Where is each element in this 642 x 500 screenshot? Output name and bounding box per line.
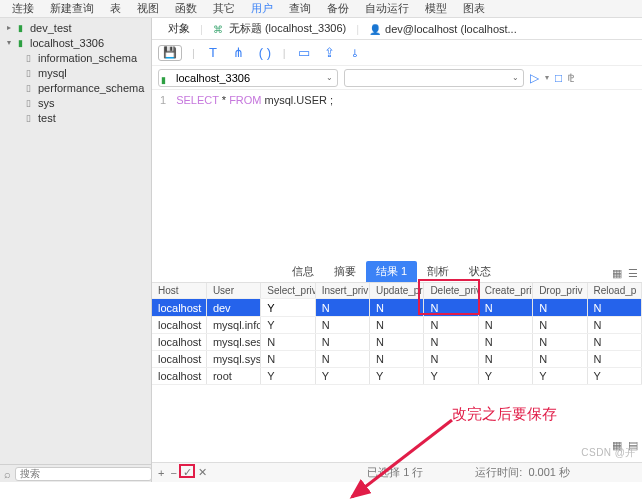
tab[interactable]: dev@localhost (localhost... (359, 18, 527, 39)
cell-editor[interactable] (267, 301, 308, 314)
cancel-button[interactable]: ✕ (198, 466, 207, 479)
database-item[interactable]: information_schema (0, 50, 151, 65)
subtab[interactable]: 剖析 (417, 261, 459, 282)
list-view-icon[interactable]: ☰ (628, 267, 638, 280)
sidebar: ▸dev_test▾localhost_3306information_sche… (0, 18, 152, 482)
add-row-button[interactable]: + (158, 467, 164, 479)
time-label: 运行时间: (475, 465, 522, 480)
annotation-text: 改完之后要保存 (452, 405, 557, 424)
menu-连接[interactable]: 连接 (4, 1, 42, 16)
tab[interactable]: 对象 (158, 18, 200, 39)
connection-item[interactable]: ▾localhost_3306 (0, 35, 151, 50)
apply-button[interactable]: ✓ (183, 466, 192, 478)
menu-视图[interactable]: 视图 (129, 1, 167, 16)
table-row[interactable]: localhostrootYYYYYYY (152, 368, 642, 385)
subtab[interactable]: 信息 (282, 261, 324, 282)
explain-icon[interactable]: ⅊ (568, 71, 574, 85)
watermark: CSDN @开 (581, 446, 636, 460)
copy-icon[interactable]: ▭ (296, 45, 312, 61)
result-table: HostUserSelect_privInsert_privUpdate_pri… (152, 283, 642, 385)
selection-status: 已选择 1 行 (367, 465, 423, 480)
braces-icon[interactable]: ( ) (257, 45, 273, 61)
run-bar: localhost_3306 ⌄ ⌄ ▷ ▾ □ ⅊ (152, 66, 642, 90)
menu-查询[interactable]: 查询 (281, 1, 319, 16)
stop-button[interactable]: □ (555, 71, 562, 85)
export-icon[interactable]: ⇪ (322, 45, 338, 61)
column-header[interactable]: Insert_priv (315, 283, 369, 299)
search-input[interactable] (15, 467, 152, 481)
subtab[interactable]: 摘要 (324, 261, 366, 282)
combo-text: localhost_3306 (176, 72, 322, 84)
result-grid[interactable]: HostUserSelect_privInsert_privUpdate_pri… (152, 283, 642, 385)
arrow-annotation (342, 415, 462, 500)
table-row[interactable]: localhostmysql.sysNNNNNNN (152, 351, 642, 368)
menubar: 连接新建查询表视图函数其它用户查询备份自动运行模型图表 (0, 0, 642, 18)
database-item[interactable]: performance_schema (0, 80, 151, 95)
schema-combo[interactable]: ⌄ (344, 69, 524, 87)
tab[interactable]: 无标题 (localhost_3306) (203, 18, 356, 39)
subtab[interactable]: 结果 1 (366, 261, 417, 282)
column-header[interactable]: Reload_p (587, 283, 642, 299)
t-icon[interactable]: T (205, 45, 221, 61)
connection-tree: ▸dev_test▾localhost_3306information_sche… (0, 18, 151, 464)
database-item[interactable]: mysql (0, 65, 151, 80)
menu-函数[interactable]: 函数 (167, 1, 205, 16)
save-icon[interactable]: 💾 (158, 45, 182, 61)
sql-editor[interactable]: 1SELECT * FROM mysql.USER ; (152, 90, 642, 186)
svg-line-0 (352, 420, 452, 497)
column-header[interactable]: Create_priv (478, 283, 532, 299)
chart-icon[interactable]: ⫰ (348, 45, 364, 61)
grid-view-icon[interactable]: ▦ (612, 267, 622, 280)
column-header[interactable]: Select_priv (261, 283, 315, 299)
content-area: 对象|无标题 (localhost_3306)|dev@localhost (l… (152, 18, 642, 482)
menu-模型[interactable]: 模型 (417, 1, 455, 16)
connection-item[interactable]: ▸dev_test (0, 20, 151, 35)
menu-自动运行[interactable]: 自动运行 (357, 1, 417, 16)
chevron-down-icon: ⌄ (512, 73, 519, 82)
chevron-down-icon: ⌄ (326, 73, 333, 82)
database-item[interactable]: test (0, 110, 151, 125)
column-header[interactable]: Update_priv (370, 283, 424, 299)
remove-row-button[interactable]: − (170, 467, 176, 479)
column-header[interactable]: Delete_priv (424, 283, 478, 299)
connection-combo[interactable]: localhost_3306 ⌄ (158, 69, 338, 87)
toolbar: 💾 | T ⋔ ( ) | ▭ ⇪ ⫰ (152, 40, 642, 66)
status-bar: + − ✓ ✕ 已选择 1 行 运行时间: 0.001 秒 (152, 462, 642, 482)
sidebar-footer: ⌕ (0, 464, 151, 482)
database-item[interactable]: sys (0, 95, 151, 110)
column-header[interactable]: Host (152, 283, 206, 299)
menu-表[interactable]: 表 (102, 1, 129, 16)
table-row[interactable]: localhostmysql.sessionNNNNNNN (152, 334, 642, 351)
column-header[interactable]: User (206, 283, 260, 299)
tab-bar: 对象|无标题 (localhost_3306)|dev@localhost (l… (152, 18, 642, 40)
line-number: 1 (160, 94, 166, 106)
result-tabs: 信息摘要结果 1剖析状态 (152, 263, 642, 283)
menu-新建查询[interactable]: 新建查询 (42, 1, 102, 16)
search-icon: ⌕ (4, 468, 11, 480)
menu-图表[interactable]: 图表 (455, 1, 493, 16)
run-button[interactable]: ▷ (530, 71, 539, 85)
menu-其它[interactable]: 其它 (205, 1, 243, 16)
table-row[interactable]: localhostdevNNNNNN (152, 299, 642, 317)
table-row[interactable]: localhostmysql.infoschemaYNNNNNN (152, 317, 642, 334)
column-header[interactable]: Drop_priv (533, 283, 587, 299)
menu-备份[interactable]: 备份 (319, 1, 357, 16)
time-value: 0.001 秒 (528, 465, 570, 480)
db-icon (161, 73, 172, 83)
subtab[interactable]: 状态 (459, 261, 501, 282)
menu-用户[interactable]: 用户 (243, 1, 281, 16)
format-icon[interactable]: ⋔ (231, 45, 247, 61)
